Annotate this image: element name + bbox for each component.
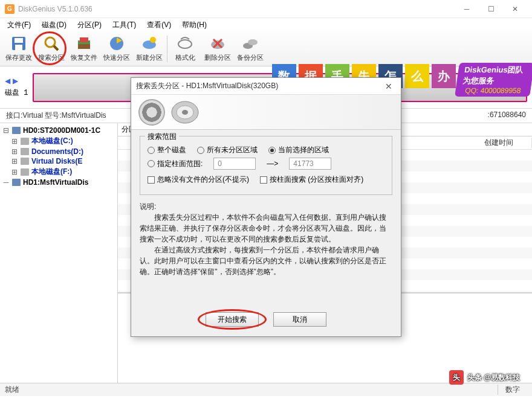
nav-prev-icon[interactable]: ◀ — [5, 77, 10, 85]
menu-partition[interactable]: 分区(P) — [73, 19, 106, 31]
window-title: DiskGenius V5.1.0.636 — [18, 5, 455, 13]
svg-point-16 — [248, 39, 258, 45]
dialog-close-button[interactable]: ✕ — [381, 82, 396, 91]
delete-icon — [209, 35, 226, 52]
toolbar-save-button[interactable]: 保存更改 — [2, 33, 35, 65]
drive-icon — [21, 168, 29, 176]
gear-icon — [138, 99, 165, 126]
menubar: 文件(F) 磁盘(D) 分区(P) 工具(T) 查看(V) 帮助(H) — [0, 18, 532, 31]
svg-point-19 — [182, 110, 188, 115]
watermark: 头 头条 @易数科技 — [449, 370, 520, 385]
toolbar-delete-partition-button[interactable]: 删除分区 — [201, 33, 234, 65]
svg-rect-7 — [80, 37, 88, 42]
search-lost-partition-dialog: 搜索丢失分区 - HD1:MsftVirtualDisk(320GB) ✕ 搜索… — [131, 77, 401, 337]
hdd-icon — [12, 127, 21, 134]
check-ignore-empty[interactable]: 忽略没有文件的分区(不提示) — [148, 175, 249, 185]
radio-whole-disk[interactable]: 整个磁盘 — [148, 145, 186, 155]
drive-icon — [21, 158, 29, 165]
disk-label: 磁盘 1 — [5, 88, 28, 98]
menu-tools[interactable]: 工具(T) — [108, 19, 141, 31]
radio-current-selection[interactable]: 当前选择的区域 — [268, 145, 329, 155]
nav-next-icon[interactable]: ▶ — [13, 77, 18, 85]
backup-icon — [242, 35, 259, 52]
toolbar-format-button[interactable]: 格式化 — [169, 33, 201, 65]
magnifier-icon — [43, 35, 60, 52]
radio-cylinder-range[interactable]: 指定柱面范围: — [148, 159, 203, 169]
disk-platter-icon — [170, 99, 200, 126]
toolbar-quick-partition-button[interactable]: 快速分区 — [100, 33, 133, 65]
dialog-banner — [131, 95, 401, 130]
toolbar-new-partition-button[interactable]: 新建分区 — [133, 33, 166, 65]
maximize-button[interactable]: ☐ — [479, 0, 503, 18]
svg-rect-2 — [15, 45, 22, 50]
menu-disk[interactable]: 磁盘(D) — [37, 19, 71, 31]
recover-icon — [76, 35, 92, 52]
cancel-button[interactable]: 取消 — [273, 312, 326, 327]
search-scope-group: 搜索范围 整个磁盘 所有未分区区域 当前选择的区域 指定柱面范围: —> 忽略没… — [140, 136, 392, 195]
close-button[interactable]: ✕ — [503, 0, 527, 18]
menu-file[interactable]: 文件(F) — [2, 19, 36, 31]
dialog-title: 搜索丢失分区 - HD1:MsftVirtualDisk(320GB) — [136, 81, 381, 91]
menu-help[interactable]: 帮助(H) — [177, 19, 212, 31]
toolbar-search-partition-button[interactable]: 搜索分区 — [35, 33, 68, 65]
banner-block: 办 — [432, 64, 456, 88]
svg-rect-1 — [15, 38, 23, 43]
watermark-logo-icon: 头 — [449, 370, 464, 385]
dialog-description: 说明: 搜索丢失分区过程中，本软件不会向磁盘写入任何数据。直到用户确认搜索结果正… — [140, 201, 392, 277]
check-by-cylinder[interactable]: 按柱面搜索 (分区按柱面对齐) — [260, 175, 363, 185]
svg-point-11 — [178, 40, 192, 48]
drive-icon — [21, 148, 29, 155]
cylinder-from-input[interactable] — [213, 158, 256, 170]
save-icon — [10, 35, 27, 52]
menu-view[interactable]: 查看(V) — [142, 19, 176, 31]
toolbar-backup-partition-button[interactable]: 备份分区 — [234, 33, 267, 65]
svg-point-3 — [45, 37, 55, 47]
minimize-button[interactable]: ─ — [455, 0, 479, 18]
format-icon — [177, 35, 193, 52]
statusbar: 就绪 数字 — [0, 383, 532, 396]
drive-icon — [21, 138, 29, 145]
banner-block: 么 — [405, 64, 429, 88]
new-partition-icon — [141, 35, 158, 52]
cylinder-to-input[interactable] — [289, 158, 331, 170]
toolbar: 保存更改 搜索分区 恢复文件 快速分区 新建分区 格式化 删除分区 备份分区 数… — [0, 31, 532, 66]
disk-nav: ◀ ▶ — [5, 77, 18, 85]
start-search-button[interactable]: 开始搜索 — [206, 312, 259, 327]
quick-partition-icon — [108, 35, 125, 52]
svg-line-4 — [54, 46, 58, 50]
disk-tree[interactable]: ⊟HD0:ST2000DM001-1C ⊞本地磁盘(C:) ⊞Documents… — [0, 123, 118, 383]
hdd-icon — [12, 179, 21, 186]
svg-point-10 — [150, 37, 156, 43]
app-icon: G — [5, 4, 15, 14]
toolbar-recover-files-button[interactable]: 恢复文件 — [68, 33, 100, 65]
radio-unallocated[interactable]: 所有未分区区域 — [197, 145, 258, 155]
